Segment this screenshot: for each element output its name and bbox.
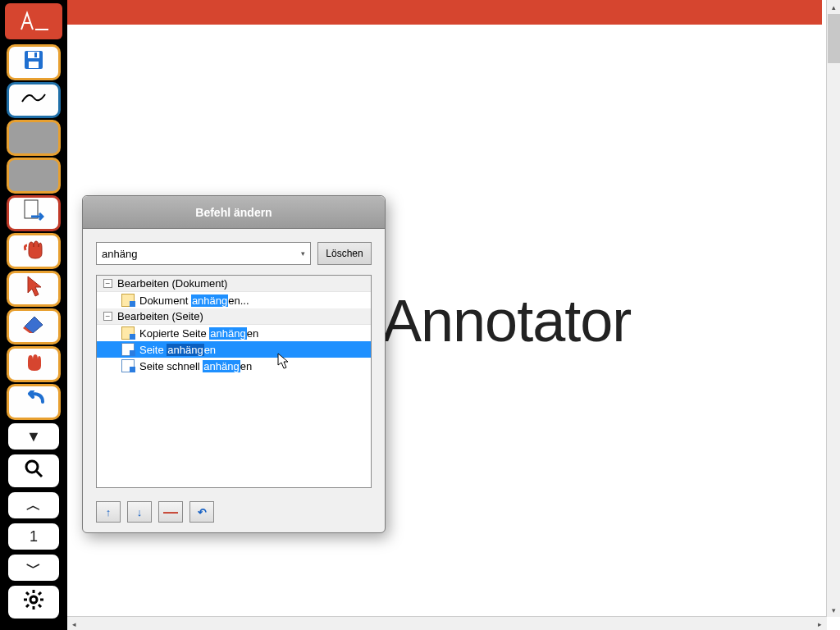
undo-icon: ↶: [198, 506, 207, 518]
tree-item[interactable]: Dokument anhängen...: [97, 292, 371, 308]
command-search-combo[interactable]: ▾: [96, 242, 311, 265]
save-button[interactable]: [7, 44, 61, 80]
tree-item[interactable]: Kopierte Seite anhängen: [97, 325, 371, 341]
hand-red-icon: [22, 237, 45, 265]
collapse-toggle-icon[interactable]: −: [103, 312, 112, 321]
select-tool[interactable]: [7, 271, 61, 307]
tree-group[interactable]: − Bearbeiten (Seite): [97, 308, 371, 325]
collapse-toolbar[interactable]: ▼: [7, 422, 61, 451]
scroll-down-icon[interactable]: ▾: [827, 603, 840, 617]
collapse-toggle-icon[interactable]: −: [103, 279, 112, 288]
undo-button[interactable]: [7, 384, 61, 420]
change-command-dialog: Befehl ändern ▾ Löschen − Bearbeiten (Do…: [82, 195, 386, 533]
insert-page-button[interactable]: [7, 195, 61, 231]
save-icon: [22, 48, 45, 76]
pen-tool[interactable]: [7, 82, 61, 118]
eraser-tool[interactable]: [7, 308, 61, 345]
pen-icon: [21, 89, 47, 111]
scroll-left-icon[interactable]: ◂: [67, 617, 81, 630]
chevron-up-icon: ︿: [26, 495, 41, 515]
command-tree[interactable]: − Bearbeiten (Dokument) Dokument anhänge…: [96, 275, 372, 488]
svg-rect-4: [34, 52, 37, 57]
dialog-footer: ↑ ↓ — ↶: [83, 495, 385, 532]
hand-solid-icon: [23, 351, 44, 377]
tree-item-label: Dokument anhängen...: [139, 294, 249, 307]
move-up-button[interactable]: ↑: [96, 501, 121, 523]
tree-group[interactable]: − Bearbeiten (Dokument): [97, 276, 371, 292]
svg-line-7: [36, 471, 42, 477]
page-right-icon: [23, 199, 44, 228]
svg-line-16: [39, 592, 41, 595]
arrow-up-icon: ↑: [106, 506, 112, 518]
horizontal-scrollbar[interactable]: ◂ ▸: [67, 616, 827, 630]
tree-item-label: Seite anhängen: [139, 344, 216, 356]
settings-button[interactable]: [7, 584, 61, 620]
tree-item-label: Seite schnell anhängen: [139, 360, 252, 372]
page-number-text: 1: [30, 528, 38, 546]
vertical-scrollbar[interactable]: ▴ ▾: [826, 0, 840, 617]
dialog-title: Befehl ändern: [83, 196, 385, 229]
eraser-icon: [21, 315, 46, 338]
app-logo[interactable]: [5, 3, 62, 39]
scroll-thumb[interactable]: [828, 14, 840, 63]
next-page-button[interactable]: ﹀: [7, 553, 61, 582]
page-add-icon: [121, 359, 135, 372]
tree-group-label: Bearbeiten (Dokument): [117, 277, 227, 290]
paste-icon: [121, 294, 135, 307]
svg-rect-3: [29, 62, 39, 68]
remove-button[interactable]: —: [158, 501, 183, 523]
document-header-band: [67, 0, 822, 25]
undo-blue-icon: [21, 390, 46, 413]
svg-rect-2: [28, 52, 39, 58]
arrow-red-icon: [25, 275, 43, 303]
svg-point-8: [30, 596, 37, 603]
zoom-button[interactable]: [7, 453, 61, 489]
scroll-up-icon[interactable]: ▴: [827, 0, 840, 14]
move-down-button[interactable]: ↓: [127, 501, 152, 523]
page-add-icon: [121, 343, 135, 356]
arrow-down-icon: ↓: [137, 506, 143, 518]
prev-page-button[interactable]: ︿: [7, 491, 61, 520]
tree-group-label: Bearbeiten (Seite): [117, 310, 203, 322]
svg-line-13: [26, 592, 29, 595]
grab-tool[interactable]: [7, 346, 61, 382]
svg-line-15: [26, 605, 29, 607]
document-heading: Annotator: [382, 287, 631, 354]
chevron-down-icon: ﹀: [26, 558, 41, 578]
blank-tool-1[interactable]: [7, 120, 61, 156]
clear-search-button[interactable]: Löschen: [317, 242, 372, 265]
chevron-down-icon[interactable]: ▾: [301, 249, 305, 258]
reset-button[interactable]: ↶: [189, 501, 214, 523]
svg-line-14: [39, 605, 41, 607]
paste-icon: [121, 326, 135, 340]
page-number-display[interactable]: 1: [7, 522, 61, 551]
command-search-input[interactable]: [102, 248, 305, 260]
blank-tool-2[interactable]: [7, 158, 61, 194]
pan-tool[interactable]: [7, 233, 61, 269]
gear-icon: [23, 589, 44, 615]
minus-icon: —: [163, 508, 178, 516]
scroll-right-icon[interactable]: ▸: [813, 617, 827, 630]
left-toolbar: ▼ ︿ 1 ﹀: [0, 0, 67, 630]
tree-item-label: Kopierte Seite anhängen: [139, 327, 258, 340]
tree-item[interactable]: Seite anhängen: [97, 341, 371, 358]
magnifier-icon: [24, 459, 43, 483]
tree-item[interactable]: Seite schnell anhängen: [97, 358, 371, 374]
caret-down-icon: ▼: [26, 428, 41, 445]
svg-point-6: [26, 461, 38, 472]
